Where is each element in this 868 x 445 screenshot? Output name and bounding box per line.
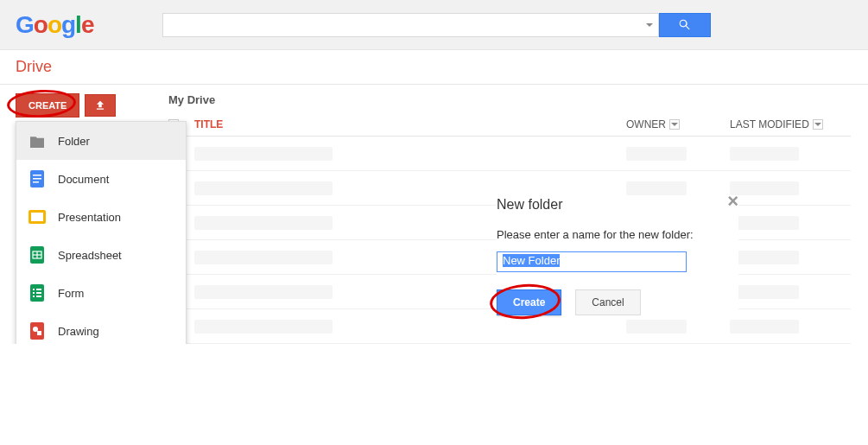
main-area: CREATE Folder Document Presentation Spre bbox=[0, 85, 868, 344]
upload-button[interactable] bbox=[85, 94, 116, 117]
file-title-redacted bbox=[194, 285, 333, 299]
svg-rect-13 bbox=[33, 292, 35, 294]
breadcrumb[interactable]: My Drive bbox=[168, 93, 851, 106]
document-icon bbox=[29, 170, 46, 188]
svg-rect-5 bbox=[31, 213, 43, 221]
menu-item-label: Document bbox=[58, 173, 109, 186]
file-owner-redacted bbox=[626, 181, 687, 195]
file-title-redacted bbox=[194, 320, 333, 334]
search-button[interactable] bbox=[659, 13, 711, 37]
app-title-bar: Drive bbox=[0, 50, 868, 85]
menu-item-drawing[interactable]: Drawing bbox=[16, 312, 186, 344]
svg-rect-16 bbox=[36, 296, 41, 297]
create-button[interactable]: CREATE bbox=[16, 93, 79, 118]
form-icon bbox=[29, 284, 46, 302]
folder-name-input[interactable]: New Folder bbox=[497, 251, 687, 272]
upload-icon bbox=[94, 99, 106, 111]
new-folder-dialog: × New folder Please enter a name for the… bbox=[497, 197, 738, 315]
menu-item-label: Folder bbox=[58, 135, 90, 148]
file-owner-redacted bbox=[626, 147, 687, 161]
table-row[interactable]: ☆ bbox=[160, 137, 851, 171]
folder-icon bbox=[29, 132, 46, 149]
chevron-down-icon bbox=[813, 119, 823, 130]
menu-item-presentation[interactable]: Presentation bbox=[16, 198, 186, 236]
content-area: My Drive TITLE OWNER LAST MODIFIED ☆☆☆☆☆… bbox=[160, 85, 868, 344]
dialog-buttons: Create Cancel bbox=[497, 289, 738, 315]
svg-rect-11 bbox=[33, 289, 35, 290]
svg-rect-12 bbox=[36, 289, 41, 290]
file-modified-redacted bbox=[730, 285, 799, 299]
menu-item-form[interactable]: Form bbox=[16, 274, 186, 312]
menu-item-label: Presentation bbox=[58, 211, 121, 224]
dialog-prompt: Please enter a name for the new folder: bbox=[497, 228, 738, 241]
column-owner[interactable]: OWNER bbox=[626, 118, 730, 130]
chevron-down-icon bbox=[669, 119, 680, 130]
file-owner-redacted bbox=[626, 320, 687, 334]
file-title-redacted bbox=[194, 251, 333, 264]
menu-item-label: Spreadsheet bbox=[58, 249, 122, 262]
dialog-create-button[interactable]: Create bbox=[497, 289, 561, 315]
presentation-icon bbox=[29, 208, 46, 226]
spreadsheet-icon bbox=[29, 246, 46, 264]
search-icon bbox=[678, 18, 692, 32]
svg-rect-1 bbox=[33, 175, 41, 176]
app-title[interactable]: Drive bbox=[16, 58, 52, 76]
drawing-icon bbox=[29, 322, 46, 340]
file-title-redacted bbox=[194, 181, 333, 195]
search-options-dropdown[interactable] bbox=[640, 13, 659, 37]
file-modified-redacted bbox=[730, 181, 799, 195]
file-title-redacted bbox=[194, 216, 333, 230]
menu-item-label: Form bbox=[58, 287, 84, 300]
file-title-redacted bbox=[194, 147, 333, 161]
menu-item-document[interactable]: Document bbox=[16, 160, 186, 198]
menu-item-label: Drawing bbox=[58, 325, 99, 338]
svg-rect-15 bbox=[33, 296, 35, 297]
create-menu: Folder Document Presentation Spreadsheet… bbox=[16, 121, 187, 344]
sidebar-actions: CREATE bbox=[16, 93, 160, 118]
file-modified-redacted bbox=[730, 216, 799, 230]
svg-rect-3 bbox=[33, 181, 39, 183]
svg-rect-14 bbox=[36, 292, 41, 294]
top-bar: Google bbox=[0, 0, 868, 50]
file-modified-redacted bbox=[730, 251, 799, 264]
search-bar bbox=[162, 13, 711, 37]
dialog-title: New folder bbox=[497, 197, 738, 213]
chevron-down-icon bbox=[646, 23, 653, 27]
menu-item-spreadsheet[interactable]: Spreadsheet bbox=[16, 236, 186, 274]
sidebar: CREATE Folder Document Presentation Spre bbox=[0, 85, 160, 344]
file-modified-redacted bbox=[730, 320, 799, 334]
column-last-modified[interactable]: LAST MODIFIED bbox=[730, 118, 851, 130]
dialog-close-button[interactable]: × bbox=[727, 190, 738, 213]
file-modified-redacted bbox=[730, 147, 799, 161]
google-logo[interactable]: Google bbox=[16, 11, 93, 39]
menu-item-folder[interactable]: Folder bbox=[16, 122, 186, 160]
svg-rect-19 bbox=[37, 331, 41, 335]
dialog-cancel-button[interactable]: Cancel bbox=[575, 289, 640, 315]
search-input[interactable] bbox=[162, 13, 640, 37]
file-list-header: TITLE OWNER LAST MODIFIED bbox=[160, 113, 851, 137]
column-title[interactable]: TITLE bbox=[194, 118, 626, 130]
svg-rect-2 bbox=[33, 178, 41, 180]
